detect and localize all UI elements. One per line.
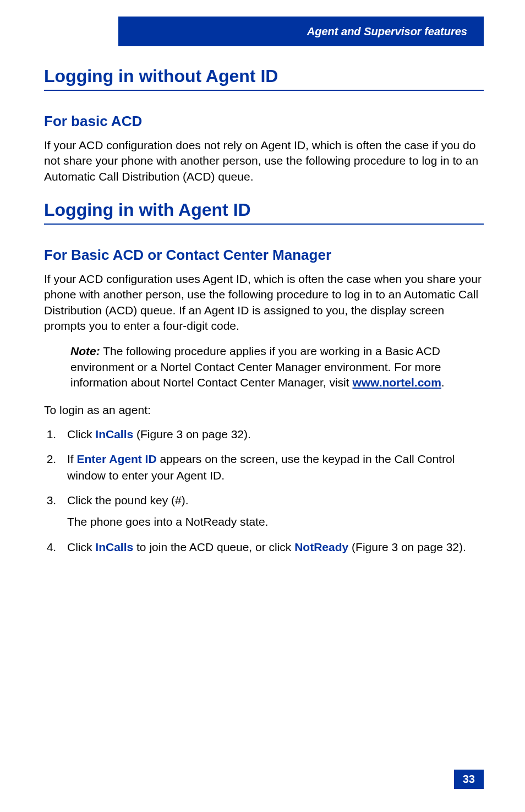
note-link[interactable]: www.nortel.com (352, 376, 441, 389)
step-2: If Enter Agent ID appears on the screen,… (59, 451, 484, 483)
sub-title-2: For Basic ACD or Contact Center Manager (44, 247, 484, 264)
section-body-2: If your ACD configuration uses Agent ID,… (44, 271, 484, 334)
step-4: Click InCalls to join the ACD queue, or … (59, 539, 484, 555)
step1-pre: Click (67, 428, 95, 440)
login-intro: To login as an agent: (44, 402, 484, 418)
step1-bold: InCalls (95, 428, 133, 440)
section-body-1: If your ACD configuration does not rely … (44, 138, 484, 184)
step-1: Click InCalls (Figure 3 on page 32). (59, 426, 484, 442)
note-after: . (441, 376, 445, 389)
step4-bold2: NotReady (294, 541, 348, 553)
note-block: Note: The following procedure applies if… (70, 344, 484, 390)
page-number: 33 (454, 770, 484, 789)
step1-post: (Figure 3 on page 32). (133, 428, 251, 440)
running-header-text: Agent and Supervisor features (307, 25, 467, 38)
step4-post: (Figure 3 on page 32). (348, 541, 466, 553)
section-title-1: Logging in without Agent ID (44, 66, 484, 91)
step3-text: Click the pound key (#). (67, 494, 189, 506)
step4-bold1: InCalls (95, 541, 133, 553)
step4-pre: Click (67, 541, 95, 553)
section-title-2: Logging in with Agent ID (44, 200, 484, 225)
note-label: Note: (70, 345, 100, 357)
steps-list: Click InCalls (Figure 3 on page 32). If … (44, 426, 484, 555)
step4-mid: to join the ACD queue, or click (133, 541, 294, 553)
step2-bold: Enter Agent ID (77, 453, 157, 465)
running-header-bar: Agent and Supervisor features (118, 17, 484, 46)
page-content: Logging in without Agent ID For basic AC… (44, 61, 484, 564)
step2-pre: If (67, 453, 77, 465)
page: Agent and Supervisor features Logging in… (0, 0, 525, 812)
sub-title-1: For basic ACD (44, 113, 484, 130)
step-3: Click the pound key (#). The phone goes … (59, 492, 484, 530)
step3-sub: The phone goes into a NotReady state. (67, 514, 484, 530)
